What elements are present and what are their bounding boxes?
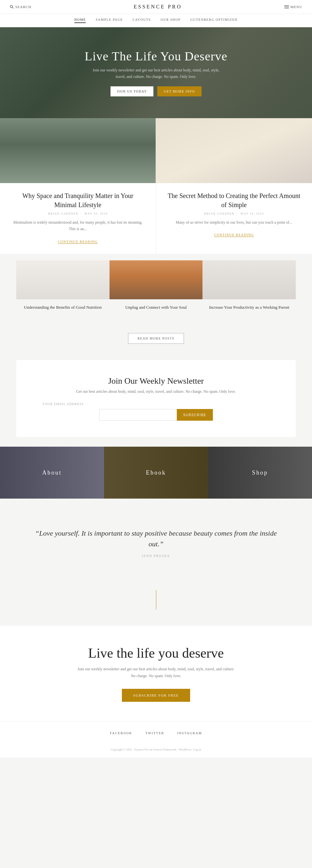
hero-section: Live The Life You Deserve Join our weekl… <box>0 27 312 118</box>
panel-about[interactable]: About <box>0 447 104 499</box>
post-thumbnail-1 <box>0 118 156 183</box>
post-author-1: BRIAN GARDNER <box>48 212 78 215</box>
post-thumbnail-small-3 <box>202 260 296 299</box>
quote-text: “Love yourself. It is important to stay … <box>32 528 280 549</box>
post-card-1: Why Space and Tranquility Matter in Your… <box>0 118 156 254</box>
post-title-small-2: Unplug and Connect with Your Soul <box>110 304 203 311</box>
newsletter-form: Your Email Address SUBSCRIBE <box>42 402 270 421</box>
menu-label: MENU <box>290 5 302 9</box>
email-input-wrap: SUBSCRIBE <box>99 409 213 421</box>
newsletter-section: Join Our Weekly Newsletter Get our best … <box>16 360 296 437</box>
newsletter-subtitle: Get our best articles about body, mind, … <box>42 389 270 394</box>
post-date-1: MAY 18, 2018 <box>85 212 108 215</box>
search-area[interactable]: SEARCH <box>10 5 31 9</box>
svg-line-1 <box>12 7 13 8</box>
read-more-button[interactable]: READ MORE POSTS <box>128 333 184 344</box>
nav-layouts[interactable]: LAYOUTS <box>133 18 151 23</box>
footer-facebook[interactable]: FACEBOOK <box>110 731 132 735</box>
get-more-info-button[interactable]: GET MORE INFO <box>157 86 201 96</box>
hero-buttons: JOIN US TODAY GET MORE INFO <box>85 86 227 96</box>
join-us-button[interactable]: JOIN US TODAY <box>111 86 154 96</box>
top-bar: SEARCH ESSENCE PRO MENU <box>0 0 312 14</box>
small-posts-grid: Understanding the Benefits of Good Nutri… <box>0 254 312 323</box>
search-label: SEARCH <box>15 5 31 9</box>
bottom-cta-title: Live the life you deserve <box>32 645 280 661</box>
post-card-small-3[interactable]: Increase Your Productivity as a Working … <box>202 260 296 317</box>
post-title-small-1: Understanding the Benefits of Good Nutri… <box>16 304 110 311</box>
footer-twitter[interactable]: TWITTER <box>145 731 164 735</box>
post-card-small-1[interactable]: Understanding the Benefits of Good Nutri… <box>16 260 110 317</box>
panel-ebook[interactable]: Ebook <box>104 447 208 499</box>
post-author-2: BRIAN GARDNER <box>204 212 234 215</box>
panel-about-label: About <box>42 469 62 476</box>
bottom-cta-subtitle: Join our weekly newsletter and get our b… <box>75 666 237 679</box>
email-label: Your Email Address <box>42 402 84 406</box>
post-meta-2: BRIAN GARDNER · MAY 18, 2018 <box>167 212 301 215</box>
continue-reading-2[interactable]: CONTINUE READING <box>214 233 254 237</box>
svg-point-0 <box>10 5 13 8</box>
site-title: ESSENCE PRO <box>134 4 182 10</box>
post-content-2: The Secret Method to Creating the Perfec… <box>156 183 312 237</box>
search-icon <box>10 5 13 9</box>
post-content-1: Why Space and Tranquility Matter in Your… <box>0 183 156 244</box>
nav-home[interactable]: HOME <box>75 18 86 23</box>
hero-subtitle: Join our weekly newsletter and get our b… <box>91 67 221 80</box>
post-thumbnail-small-1 <box>16 260 110 299</box>
post-meta-1: BRIAN GARDNER · MAY 18, 2018 <box>11 212 144 215</box>
featured-posts-grid: Why Space and Tranquility Matter in Your… <box>0 118 312 254</box>
feature-panels: About Ebook Shop <box>0 447 312 499</box>
newsletter-title: Join Our Weekly Newsletter <box>42 376 270 386</box>
quote-author: JENN PROSKE <box>32 554 280 558</box>
post-title-1[interactable]: Why Space and Tranquility Matter in Your… <box>11 191 144 209</box>
hero-title: Live The Life You Deserve <box>85 49 227 63</box>
subscribe-button[interactable]: SUBSCRIBE <box>177 409 213 421</box>
post-title-2[interactable]: The Secret Method to Creating the Perfec… <box>167 191 301 209</box>
menu-toggle[interactable]: MENU <box>284 5 302 9</box>
post-thumbnail-2 <box>156 118 312 183</box>
nav-gutenberg[interactable]: GUTENBERG OPTIMIZED <box>191 18 237 23</box>
bottom-cta-section: Live the life you deserve Join our weekl… <box>0 626 312 721</box>
nav-sample-page[interactable]: SAMPLE PAGE <box>95 18 123 23</box>
post-date-2: MAY 18, 2018 <box>240 212 264 215</box>
continue-reading-1[interactable]: CONTINUE READING <box>58 240 98 244</box>
read-more-wrap: READ MORE POSTS <box>0 323 312 353</box>
menu-icon <box>284 5 289 8</box>
nav-our-shop[interactable]: OUR SHOP <box>161 18 180 23</box>
subscribe-free-button[interactable]: SUBSCRIBE FOR FREE <box>122 689 191 702</box>
email-input[interactable] <box>99 409 177 421</box>
post-thumbnail-small-2 <box>110 260 203 299</box>
panel-shop[interactable]: Shop <box>208 447 312 499</box>
footer-instagram[interactable]: INSTAGRAM <box>177 731 202 735</box>
panel-ebook-label: Ebook <box>146 469 166 476</box>
panel-shop-label: Shop <box>252 469 268 476</box>
footer-nav: FACEBOOK TWITTER INSTAGRAM <box>0 721 312 745</box>
post-title-small-3: Increase Your Productivity as a Working … <box>202 304 296 311</box>
quote-section: “Love yourself. It is important to stay … <box>0 508 312 577</box>
footer-copyright: Copyright © 2021 · Essence Pro on Genesi… <box>0 745 312 757</box>
post-card-small-2[interactable]: Unplug and Connect with Your Soul <box>110 260 203 317</box>
post-card-2: The Secret Method to Creating the Perfec… <box>156 118 312 254</box>
hero-content: Live The Life You Deserve Join our weekl… <box>78 42 234 102</box>
post-excerpt-2: Many of us strive for simplicity in our … <box>167 219 301 226</box>
divider-section <box>0 577 312 626</box>
post-excerpt-1: Minimalism is widely misunderstood and, … <box>11 219 144 232</box>
main-nav: HOME SAMPLE PAGE LAYOUTS OUR SHOP GUTENB… <box>0 14 312 27</box>
gold-divider <box>156 590 156 610</box>
copyright-text: Copyright © 2021 · Essence Pro on Genesi… <box>111 748 201 751</box>
